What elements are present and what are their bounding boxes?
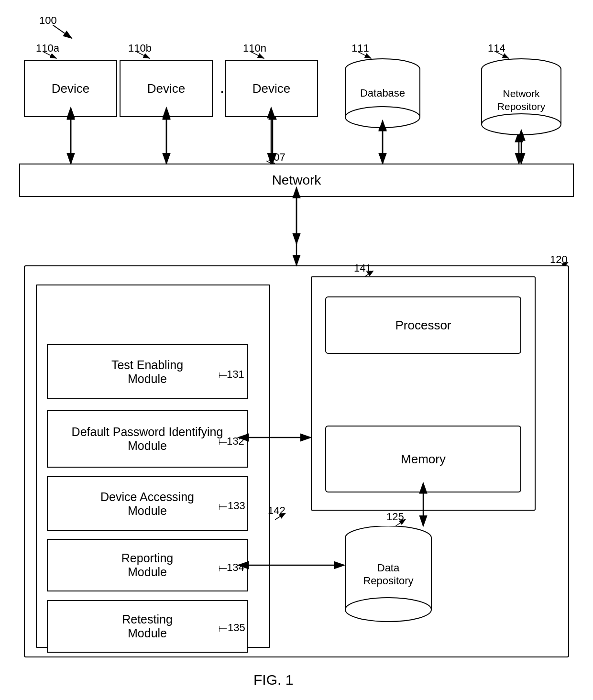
svg-line-15 <box>136 52 150 58</box>
device-110b: Device <box>120 60 213 117</box>
svg-line-16 <box>251 52 264 58</box>
reporting-module-box: Reporting Module <box>47 539 248 591</box>
svg-text:Database: Database <box>360 87 405 99</box>
ref-133: 133 <box>228 500 245 512</box>
svg-point-51 <box>345 598 431 622</box>
svg-point-29 <box>482 114 561 135</box>
ref-142-arrow <box>275 513 289 521</box>
svg-line-45 <box>275 513 286 520</box>
retesting-module-box: Retesting Module <box>47 600 248 653</box>
ref-100-arrow <box>53 25 81 44</box>
ref-135: 135 <box>228 622 245 634</box>
ref-132-tick <box>219 438 230 445</box>
svg-text:Repository: Repository <box>497 101 546 112</box>
processor-box: Processor <box>325 296 521 354</box>
device-110n: Device <box>225 60 318 117</box>
ref-135-tick <box>219 625 230 632</box>
network-bar: Network <box>19 164 574 197</box>
diagram: 100 110a Device 110b Device . . . 110n D… <box>0 0 593 700</box>
default-password-module-box: Default Password Identifying Module <box>47 410 248 468</box>
test-enabling-module-box: Test Enabling Module <box>47 344 248 399</box>
svg-text:Network: Network <box>503 88 540 99</box>
ref-134-tick <box>219 565 230 571</box>
svg-text:Repository: Repository <box>363 575 413 587</box>
device-accessing-module-box: Device Accessing Module <box>47 476 248 531</box>
network-repository-cylinder: Network Repository <box>481 57 562 139</box>
svg-line-13 <box>53 25 72 38</box>
svg-line-14 <box>43 52 56 58</box>
device-110a: Device <box>24 60 117 117</box>
database-cylinder: Database <box>344 57 421 129</box>
ref-131-tick <box>219 372 230 378</box>
data-repository-cylinder: Data Repository <box>344 526 433 626</box>
figure-label: FIG. 1 <box>253 672 293 688</box>
svg-text:Data: Data <box>377 562 400 574</box>
memory-box: Memory <box>325 426 521 492</box>
svg-point-22 <box>345 107 420 128</box>
ref-133-tick <box>219 503 230 510</box>
